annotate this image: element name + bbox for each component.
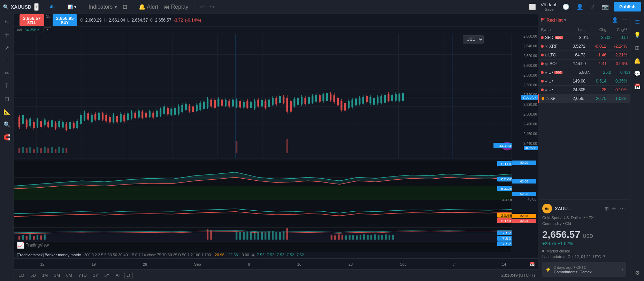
col-chgp: Chg%	[606, 28, 627, 32]
tf-6m[interactable]: 6M	[64, 272, 74, 279]
time-label-oct: Oct	[400, 262, 406, 266]
text-tool[interactable]: T	[3, 81, 11, 91]
main-chart-svg: ⚡ 34.258K	[14, 34, 512, 252]
watchlist-item-xi[interactable]: ⬡ Xi• 2,656.! 26.75 1.02%	[538, 94, 630, 103]
svg-rect-238	[29, 147, 31, 153]
ind-val2: 22.58	[228, 253, 238, 257]
clock-icon-button[interactable]: 🕐	[560, 2, 572, 11]
symbol-selector[interactable]: 🔍 XAUUSD	[3, 4, 31, 10]
watchlist-item-xrf[interactable]: ✕ XRF 0.5272 -0.012 -2.24%	[538, 42, 630, 51]
publish-button[interactable]: Publish	[614, 2, 641, 11]
watchlist-item-u3[interactable]: ● U• 24,805 -25 -0.10%	[538, 86, 630, 94]
svg-rect-293	[334, 235, 336, 240]
user-watchlist-btn[interactable]: 👤	[611, 16, 619, 24]
watchlist-item-u2[interactable]: ● U• 149.08 0.514 0.35%	[538, 77, 630, 86]
tf-3m[interactable]: 3M	[52, 272, 62, 279]
chart-type-selector[interactable]: 📊 ▾	[66, 3, 78, 11]
svg-rect-250	[286, 139, 288, 153]
sd-more-btn[interactable]: ⋯	[619, 205, 626, 212]
sd-edit-btn[interactable]: ✏	[611, 205, 618, 212]
sd-grid-btn[interactable]: ⊞	[604, 205, 610, 212]
indicator-bar[interactable]: [Tradevietstock] Banker money matrix 200…	[14, 252, 538, 259]
buy-label: BUY	[56, 21, 74, 25]
cursor-tool[interactable]: ↖	[2, 17, 11, 28]
symbol-dot-xrf	[541, 45, 544, 48]
maximize-button[interactable]: ⤢	[588, 2, 597, 11]
undo-button[interactable]: ↩	[199, 2, 206, 11]
sd-actions: ⊞ ✏ ⋯	[604, 205, 626, 212]
watchlist-panel-btn[interactable]: ☰	[633, 17, 642, 28]
last-u2: 149.08	[558, 79, 585, 84]
user-icon-button[interactable]: 👤	[574, 2, 585, 11]
high-label: H	[104, 18, 107, 23]
svg-rect-300	[360, 235, 361, 240]
price-level-2620: 2,620.00	[523, 54, 537, 58]
tf-5d[interactable]: 5D	[28, 272, 38, 279]
sd-dot-sep: •	[563, 221, 565, 226]
camera-button[interactable]: 📷	[600, 2, 611, 11]
tf-all[interactable]: All	[114, 272, 122, 279]
buy-button[interactable]: 2,656.95 BUY	[53, 14, 77, 26]
tf-1m[interactable]: 1M	[40, 272, 50, 279]
chgp-u1: 0.43%	[611, 70, 630, 75]
chg-u1: 25.0	[590, 70, 611, 75]
ind-val5: 7.52	[257, 253, 264, 257]
trend-line-tool[interactable]: ↗	[2, 42, 11, 53]
crosshair-tool[interactable]: ✛	[2, 30, 11, 40]
divider5	[194, 3, 194, 10]
chg-xi: 26.75	[585, 96, 606, 101]
magnet-tool[interactable]: 🧲	[1, 132, 13, 143]
chg-u2: 0.514	[585, 79, 606, 84]
compare-btn[interactable]: ⇄	[124, 272, 133, 279]
shape-tool[interactable]: ◻	[2, 93, 11, 104]
zoom-tool[interactable]: 🔍	[1, 119, 13, 130]
sd-news-item[interactable]: ⚡ 2 days ago • CFTC Commitments: Comex..…	[542, 262, 626, 277]
watchlist-item-u1[interactable]: ● U• 500 5,807. 25.0 0.43%	[538, 68, 630, 77]
watchlist-item-sol[interactable]: ◎ SOL 144.99 -1.41 -0.96%	[538, 60, 630, 68]
time-label-7: 7	[453, 262, 455, 266]
time-labels: 12 19 26 Sep 9 16 23 Oct 7 14	[17, 262, 530, 266]
ideas-btn[interactable]: 💡	[632, 30, 643, 40]
screener-btn[interactable]: ⊞	[633, 42, 642, 53]
add-watchlist-btn[interactable]: +	[605, 16, 610, 24]
tf-5y[interactable]: 5Y	[102, 272, 112, 279]
currency-select[interactable]: USD	[463, 35, 484, 44]
settings-btn[interactable]: ⚙	[633, 267, 642, 278]
indicators-button[interactable]: Indicators ▾	[87, 2, 118, 11]
time-label-sep: Sep	[194, 262, 201, 266]
sd-subcategory: Cfd	[565, 221, 571, 226]
chat-btn[interactable]: 💬	[632, 68, 643, 79]
chgp-ltc: -2.21%	[606, 53, 627, 57]
collapse-btn[interactable]: ∧	[44, 27, 51, 33]
measure-tool[interactable]: 📐	[1, 106, 13, 117]
vol-bar: Vol 34.258 K ∧	[14, 26, 538, 34]
brush-tool[interactable]: ✏	[2, 68, 11, 79]
sell-button[interactable]: 2,656.57 SELL	[20, 14, 44, 26]
timeframe-button[interactable]: 4h	[47, 3, 56, 11]
more-watchlist-btn[interactable]: ⋯	[620, 16, 627, 24]
add-symbol-button[interactable]: +	[34, 3, 39, 11]
watchlist-item-ltc[interactable]: Ł LTC 64.73 -1.46 -2.21%	[538, 51, 630, 60]
tf-1y[interactable]: 1Y	[91, 272, 100, 279]
tf-ytd[interactable]: YTD	[76, 272, 89, 279]
alert-panel-btn[interactable]: 🔔	[632, 55, 643, 66]
layout-button[interactable]: ⊞	[121, 2, 129, 11]
sd-status: Market closed	[542, 249, 626, 253]
replay-button[interactable]: ⏮ Replay	[162, 2, 190, 11]
fullscreen-button[interactable]: ⬜	[527, 2, 538, 11]
badge-22: 22.58	[512, 214, 536, 218]
redo-button[interactable]: ↪	[209, 2, 216, 11]
svg-rect-297	[349, 235, 351, 240]
far-right-toolbar: ☰ 💡 ⊞ 🔔 💬 📅 ⚙	[630, 14, 644, 281]
svg-rect-265	[14, 210, 512, 224]
tf-1d[interactable]: 1D	[17, 272, 26, 279]
ind-val4: ◈	[252, 253, 254, 257]
alert-button[interactable]: 🔔 Alert	[137, 2, 160, 11]
calendar-panel-btn[interactable]: 📅	[632, 81, 643, 92]
chart-svg-area[interactable]: USD	[14, 34, 512, 252]
calendar-icon[interactable]: 📅	[530, 262, 535, 267]
chg-xrf: -0.012	[585, 44, 606, 49]
watchlist-item-sfd[interactable]: SFD 500 3,015. 35.00 0.51%	[538, 33, 630, 42]
ind-val3: 0.00	[242, 253, 249, 257]
fib-tool[interactable]: 〰	[2, 55, 12, 66]
